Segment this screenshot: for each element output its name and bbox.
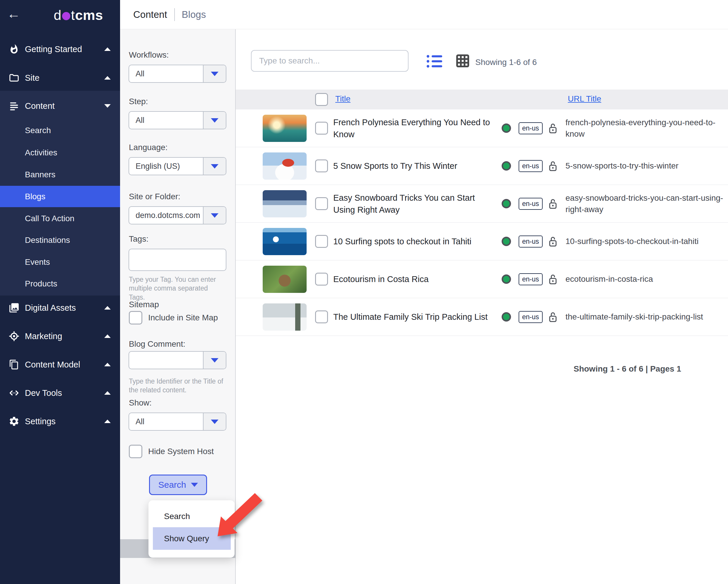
row-checkbox[interactable] (315, 273, 328, 285)
chevron-down-icon (211, 420, 218, 424)
workflows-label: Workflows: (129, 50, 169, 60)
blog-thumbnail (263, 115, 307, 142)
sidebar-subitem-blogs-active[interactable]: Blogs (0, 186, 120, 207)
unlock-icon (548, 274, 558, 286)
chevron-down-icon (211, 72, 218, 76)
search-button-label: Search (158, 480, 186, 490)
folder-icon (8, 72, 20, 84)
select-all-checkbox[interactable] (315, 93, 328, 106)
sidebar-subitem-activities[interactable]: Activities (0, 142, 120, 163)
sidebar-subitem-search[interactable]: Search (0, 120, 120, 141)
sidebar-item-site[interactable]: Site (0, 69, 120, 86)
photo-library-icon (8, 302, 20, 314)
step-select[interactable]: All (129, 111, 226, 129)
dropdown-button[interactable] (203, 112, 226, 129)
sidebar-item-settings[interactable]: Settings (0, 413, 120, 430)
show-select[interactable]: All (129, 413, 226, 431)
language-badge: en-us (519, 311, 543, 323)
chevron-down-icon (211, 358, 218, 363)
blog-comment-select[interactable] (129, 351, 226, 369)
chevron-up-icon (104, 420, 111, 423)
column-header-title[interactable]: Title (335, 94, 350, 104)
dropdown-button[interactable] (203, 207, 226, 224)
chevron-up-icon (104, 391, 111, 395)
blog-url-title: 10-surfing-spots-to-checkout-in-tahiti (566, 223, 728, 260)
row-checkbox[interactable] (315, 197, 328, 210)
dropdown-button[interactable] (203, 413, 226, 430)
blog-title: The Ultimate Family Ski Trip Packing Lis… (333, 298, 491, 336)
row-checkbox[interactable] (315, 122, 328, 135)
hide-system-host-checkbox[interactable] (129, 445, 142, 458)
grid-view-icon[interactable] (455, 53, 471, 70)
breadcrumb: Content Blogs (120, 0, 728, 29)
site-or-folder-select[interactable]: demo.dotcms.com (129, 206, 226, 224)
table-row[interactable]: 5 Snow Sports to Try This Winter en-us 5… (236, 147, 728, 185)
list-view-icon[interactable] (427, 55, 442, 67)
row-checkbox[interactable] (315, 310, 328, 323)
sidebar-subitem-events[interactable]: Events (0, 251, 120, 273)
sidebar-item-label: Marketing (25, 332, 62, 341)
column-header-url-title[interactable]: URL Title (568, 94, 601, 104)
blog-title: Ecotourism in Costa Rica (333, 260, 491, 298)
unlock-icon (548, 123, 558, 135)
sidebar-item-content-model[interactable]: Content Model (0, 356, 120, 373)
tags-input[interactable] (129, 249, 226, 271)
chevron-up-icon (104, 47, 111, 51)
table-row[interactable]: Ecotourism in Costa Rica en-us ecotouris… (236, 260, 728, 298)
published-status-dot (502, 161, 511, 171)
blog-title: 10 Surfing spots to checkout in Tahiti (333, 223, 491, 260)
page-title: Blogs (182, 9, 206, 20)
table-header: Title URL Title (236, 89, 728, 109)
result-count: Showing 1-6 of 6 (475, 58, 537, 67)
back-arrow-icon[interactable]: ← (7, 7, 21, 21)
table-row[interactable]: Easy Snowboard Tricks You can Start Usin… (236, 185, 728, 223)
sidebar-subitem-call-to-action[interactable]: Call To Action (0, 208, 120, 229)
pagination-summary: Showing 1 - 6 of 6 | Pages 1 (574, 364, 681, 373)
breadcrumb-portlet: Content (133, 9, 167, 20)
blog-title: 5 Snow Sports to Try This Winter (333, 147, 491, 185)
sidebar-item-dev-tools[interactable]: Dev Tools (0, 385, 120, 401)
blog-url-title: easy-snowboard-tricks-you-can-start-usin… (566, 185, 728, 223)
blog-url-title: ecotourism-in-costa-rica (566, 260, 728, 298)
dropdown-button[interactable] (203, 158, 226, 175)
chevron-up-icon (104, 306, 111, 310)
step-label: Step: (129, 97, 148, 106)
sidebar-item-label: Settings (25, 417, 56, 426)
sidebar-subitem-destinations[interactable]: Destinations (0, 229, 120, 251)
sidebar-item-marketing[interactable]: Marketing (0, 328, 120, 345)
language-badge: en-us (519, 273, 543, 285)
code-icon (8, 387, 20, 399)
blog-comment-help-text: Type the Identifier or the Title of the … (129, 377, 226, 395)
tags-label: Tags: (129, 234, 149, 244)
sidebar-item-getting-started[interactable]: Getting Started (0, 41, 120, 58)
sidebar-item-digital-assets[interactable]: Digital Assets (0, 299, 120, 316)
include-in-sitemap-checkbox[interactable] (129, 311, 142, 325)
row-checkbox[interactable] (315, 160, 328, 172)
sidebar-subitem-banners[interactable]: Banners (0, 164, 120, 185)
table-row[interactable]: The Ultimate Family Ski Trip Packing Lis… (236, 298, 728, 336)
search-split-button[interactable]: Search (149, 475, 207, 495)
dropdown-button[interactable] (203, 352, 226, 369)
sidebar-item-content[interactable]: Content (0, 98, 120, 114)
dropdown-button[interactable] (203, 65, 226, 82)
sidebar-subitem-products[interactable]: Products (0, 273, 120, 294)
table-row[interactable]: French Polynesia Everything You Need to … (236, 109, 728, 147)
table-row[interactable]: 10 Surfing spots to checkout in Tahiti e… (236, 223, 728, 260)
step-value: All (136, 112, 145, 129)
language-badge: en-us (519, 198, 543, 210)
language-badge: en-us (519, 235, 543, 248)
row-checkbox[interactable] (315, 235, 328, 248)
flame-icon (8, 43, 20, 55)
language-select[interactable]: English (US) (129, 157, 226, 175)
chevron-down-icon (191, 483, 198, 487)
sidebar: ← d t cms Getting Started Site (0, 0, 120, 584)
published-status-dot (502, 199, 511, 208)
dotcms-content-blogs-screen: ← d t cms Getting Started Site (0, 0, 728, 584)
hide-system-host-label: Hide System Host (148, 447, 214, 456)
chevron-down-icon (211, 213, 218, 218)
search-input[interactable] (251, 50, 409, 72)
sidebar-item-label: Content Model (25, 360, 80, 369)
table-body: French Polynesia Everything You Need to … (236, 109, 728, 336)
workflows-select[interactable]: All (129, 65, 226, 83)
sidebar-item-label: Site (25, 73, 40, 83)
